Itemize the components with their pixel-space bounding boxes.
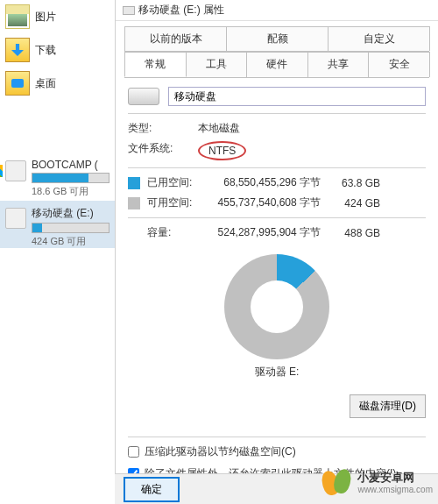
tab-tools[interactable]: 工具 xyxy=(186,52,248,77)
drive-name: BOOTCAMP ( xyxy=(32,159,110,171)
tab-previous-versions[interactable]: 以前的版本 xyxy=(124,26,227,51)
compress-label: 压缩此驱动器以节约磁盘空间(C) xyxy=(145,444,296,459)
value-capacity-gb: 488 GB xyxy=(328,227,380,239)
watermark-url: www.xmsigma.com xyxy=(357,485,433,494)
sidebar-item-desktop[interactable]: 桌面 xyxy=(0,67,115,100)
drive-icon xyxy=(5,160,26,181)
sidebar-item-label: 图片 xyxy=(35,10,56,25)
divider xyxy=(128,217,426,218)
properties-dialog: 移动硬盘 (E:) 属性 以前的版本 配额 自定义 常规 工具 硬件 共享 安全… xyxy=(115,0,438,473)
dialog-title-text: 移动硬盘 (E:) 属性 xyxy=(138,3,224,18)
pie-caption: 驱动器 E: xyxy=(128,365,426,380)
tab-hardware[interactable]: 硬件 xyxy=(246,52,308,77)
tab-quota[interactable]: 配额 xyxy=(226,26,328,51)
divider xyxy=(128,113,426,114)
tabs-row-1: 以前的版本 配额 自定义 xyxy=(124,26,429,52)
value-free-bytes: 455,737,540,608 字节 xyxy=(207,195,321,210)
compress-checkbox[interactable] xyxy=(128,446,139,458)
sidebar-item-label: 桌面 xyxy=(35,76,56,91)
value-type: 本地磁盘 xyxy=(198,121,240,136)
tab-security[interactable]: 安全 xyxy=(368,52,430,77)
drive-subtext: 18.6 GB 可用 xyxy=(32,185,110,198)
value-used-bytes: 68,550,455,296 字节 xyxy=(207,175,321,190)
watermark: 小麦安卓网 www.xmsigma.com xyxy=(322,467,433,499)
drive-large-icon xyxy=(128,88,159,105)
value-capacity-bytes: 524,287,995,904 字节 xyxy=(207,225,321,240)
label-capacity: 容量: xyxy=(147,225,200,240)
sidebar-item-pictures[interactable]: 图片 xyxy=(0,0,115,33)
tab-sharing[interactable]: 共享 xyxy=(307,52,370,77)
drive-name: 移动硬盘 (E:) xyxy=(32,206,110,221)
drive-item-bootcamp[interactable]: BOOTCAMP ( 18.6 GB 可用 xyxy=(0,153,115,201)
tab-general[interactable]: 常规 xyxy=(124,52,187,77)
drive-item-removable[interactable]: 移动硬盘 (E:) 424 GB 可用 xyxy=(0,201,115,248)
divider xyxy=(128,437,426,437)
sidebar-item-label: 下载 xyxy=(35,43,56,58)
label-free: 可用空间: xyxy=(147,195,200,210)
usage-bar xyxy=(32,223,110,233)
disk-cleanup-button[interactable]: 磁盘清理(D) xyxy=(350,394,426,418)
downloads-icon xyxy=(5,38,30,62)
label-used: 已用空间: xyxy=(147,175,200,190)
drive-icon xyxy=(123,6,135,15)
used-color-swatch xyxy=(128,177,140,189)
pictures-icon xyxy=(5,4,30,29)
usage-bar xyxy=(32,173,110,183)
explorer-sidebar: 图片 下载 桌面 BOOTCAMP ( 18.6 GB 可用 移动硬盘 (E:)… xyxy=(0,0,115,504)
drive-list: BOOTCAMP ( 18.6 GB 可用 移动硬盘 (E:) 424 GB 可… xyxy=(0,153,115,248)
value-used-gb: 63.8 GB xyxy=(328,177,380,189)
usage-pie-chart xyxy=(224,254,329,359)
drive-icon xyxy=(5,208,26,229)
desktop-icon xyxy=(5,71,30,96)
divider xyxy=(128,167,426,168)
value-free-gb: 424 GB xyxy=(328,197,380,209)
drive-name-input[interactable] xyxy=(168,87,426,106)
value-filesystem: NTFS xyxy=(198,141,246,160)
drive-subtext: 424 GB 可用 xyxy=(32,235,110,248)
tab-customize[interactable]: 自定义 xyxy=(328,26,430,51)
tabs-row-2: 常规 工具 硬件 共享 安全 xyxy=(124,52,429,78)
sidebar-item-downloads[interactable]: 下载 xyxy=(0,33,115,67)
label-type: 类型: xyxy=(128,121,180,136)
label-filesystem: 文件系统: xyxy=(128,141,180,160)
watermark-logo-icon xyxy=(322,467,354,499)
ok-button[interactable]: 确定 xyxy=(124,477,180,502)
watermark-text: 小麦安卓网 xyxy=(357,472,433,484)
free-color-swatch xyxy=(128,197,140,209)
dialog-titlebar: 移动硬盘 (E:) 属性 xyxy=(116,0,438,21)
